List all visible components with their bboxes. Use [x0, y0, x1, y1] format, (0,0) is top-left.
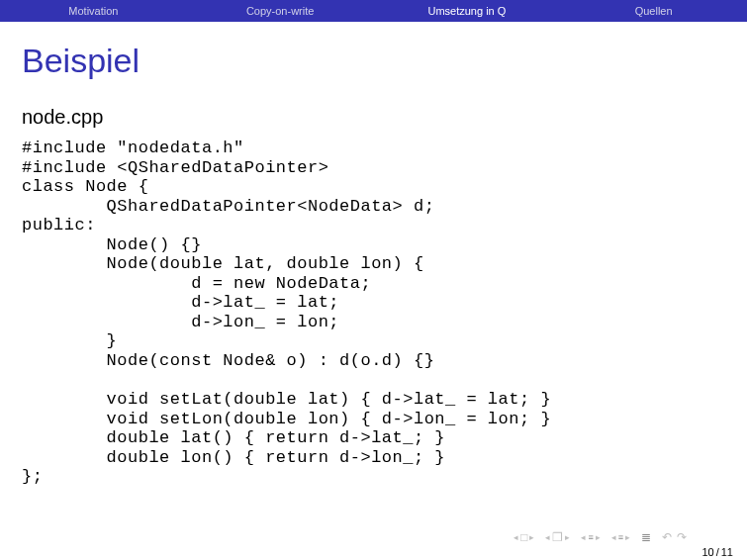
- nav-end-icon[interactable]: ≣: [641, 530, 652, 544]
- page-total: 11: [721, 546, 733, 558]
- nav-prev-section-icon[interactable]: ◂≡▸: [581, 532, 601, 542]
- beamer-nav-symbols: ◂□▸ ◂❐▸ ◂≡▸ ◂≡▸ ≣ ↶↷: [514, 530, 688, 544]
- nav-item-quellen[interactable]: Quellen: [560, 5, 747, 17]
- page-number: 10/11: [701, 546, 733, 558]
- slide-subtitle: node.cpp: [22, 106, 725, 129]
- page-current: 10: [701, 546, 713, 558]
- nav-item-umsetzung[interactable]: Umsetzung in Q: [374, 5, 561, 17]
- nav-prev-subsection-icon[interactable]: ◂❐▸: [545, 530, 571, 544]
- section-navbar: Motivation Copy-on-write Umsetzung in Q …: [0, 0, 747, 22]
- nav-back-icon[interactable]: ↶: [662, 530, 673, 544]
- nav-first-icon[interactable]: ◂□▸: [514, 530, 535, 544]
- nav-item-copy-on-write[interactable]: Copy-on-write: [187, 5, 374, 17]
- nav-next-section-icon[interactable]: ◂≡▸: [611, 532, 631, 542]
- nav-forward-icon[interactable]: ↷: [677, 530, 688, 544]
- code-block: #include "nodedata.h" #include <QSharedD…: [22, 139, 725, 487]
- slide-title: Beispiel: [22, 42, 725, 80]
- slide-content: Beispiel node.cpp #include "nodedata.h" …: [0, 22, 747, 487]
- nav-item-motivation[interactable]: Motivation: [0, 5, 187, 17]
